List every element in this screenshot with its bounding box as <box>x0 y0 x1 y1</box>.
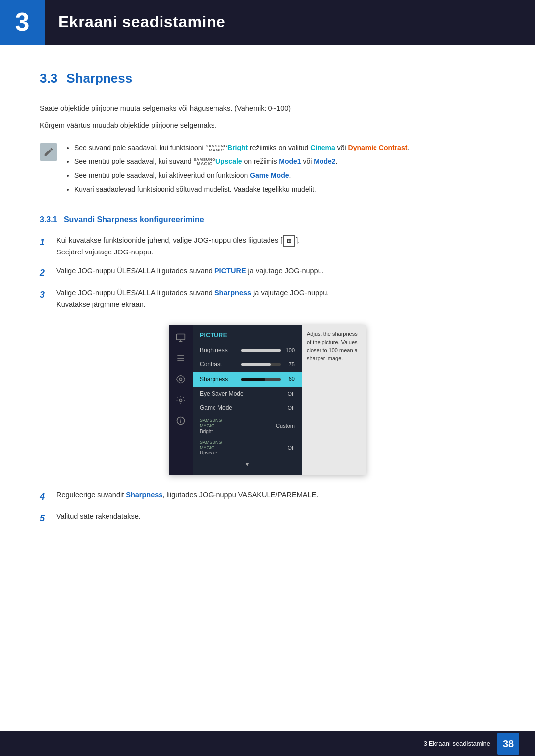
footer-text: 3 Ekraani seadistamine <box>424 739 490 749</box>
menu-label: Game Mode <box>200 403 281 413</box>
intro-text-1: Saate objektide piirjoone muuta selgemak… <box>40 103 495 115</box>
menu-label: Eye Saver Mode <box>200 389 281 399</box>
step-item: 5 Valitud säte rakendatakse. <box>40 511 495 526</box>
page-header: 3 Ekraani seadistamine <box>0 0 535 45</box>
eyesaver-value: Off <box>281 390 295 399</box>
tooltip-panel: Adjust the sharpness of the picture. Val… <box>302 325 366 475</box>
section-number: 3.3 <box>40 68 57 89</box>
menu-label: Brightness <box>200 346 241 355</box>
menu-row-sharpness: Sharpness 60 <box>193 372 302 387</box>
sharpness-value: 60 <box>281 375 295 384</box>
menu-row-contrast: Contrast 75 <box>193 357 302 372</box>
contrast-value: 75 <box>281 360 295 369</box>
adjust-icon <box>176 353 186 363</box>
steps-list-2: 4 Reguleerige suvandit Sharpness, liigut… <box>40 489 495 526</box>
screenshot-container: PICTURE Brightness 100 Contrast 75 <box>40 325 495 475</box>
note-item: Kuvari saadaolevad funktsioonid sõltuvad… <box>74 184 409 196</box>
menu-arrow: ▼ <box>193 458 302 471</box>
svg-point-7 <box>180 399 182 402</box>
menu-row-eyesaver: Eye Saver Mode Off <box>193 387 302 401</box>
menu-label: Contrast <box>200 360 241 369</box>
note-box: See suvand pole saadaval, kui funktsioon… <box>40 142 495 197</box>
sliders-icon <box>173 351 189 366</box>
sidebar-icons <box>169 325 193 475</box>
brightness-value: 100 <box>281 346 295 355</box>
info-sidebar-icon <box>176 416 186 426</box>
tv-icon <box>176 333 186 343</box>
step-number: 5 <box>40 511 50 526</box>
step-text: Valige JOG-nuppu ÜLES/ALLA liigutades su… <box>56 265 324 277</box>
samsung-badge-1: SAMSUNG MAGIC <box>206 144 227 152</box>
info-icon <box>173 413 189 429</box>
tooltip-text: Adjust the sharpness of the picture. Val… <box>307 331 358 361</box>
bar-fill <box>241 378 265 381</box>
menu-header: PICTURE <box>193 329 302 343</box>
step-number: 3 <box>40 287 50 302</box>
note-list: See suvand pole saadaval, kui funktsioon… <box>65 142 409 197</box>
note-item: See menüü pole saadaval, kui suvand SAMS… <box>74 156 409 168</box>
chapter-title: Ekraani seadistamine <box>58 9 225 35</box>
brightness-bar <box>241 349 281 352</box>
step-item: 2 Valige JOG-nuppu ÜLES/ALLA liigutades … <box>40 265 495 280</box>
note-icon <box>40 143 57 161</box>
step-item: 3 Valige JOG-nuppu ÜLES/ALLA liigutades … <box>40 287 495 311</box>
settings-icon <box>176 395 186 405</box>
bar-fill <box>241 363 271 366</box>
menu-row-magicupscale: SAMSUNG MAGIC Upscale Off <box>193 437 302 459</box>
menu-row-gamemode: Game Mode Off <box>193 401 302 415</box>
main-content: 3.3 Sharpness Saate objektide piirjoone … <box>0 45 535 572</box>
contrast-bar <box>241 363 281 366</box>
pencil-icon <box>43 147 54 157</box>
menu-row-magicbright: SAMSUNG MAGIC Bright Custom <box>193 415 302 437</box>
menu-label: SAMSUNG MAGIC Bright <box>200 418 276 435</box>
step-item: 1 Kui kuvatakse funktsioonide juhend, va… <box>40 235 495 258</box>
step-item: 4 Reguleerige suvandit Sharpness, liigut… <box>40 489 495 504</box>
gear-icon <box>173 392 189 408</box>
step-text: Valitud säte rakendatakse. <box>56 511 141 523</box>
menu-row-brightness: Brightness 100 <box>193 343 302 357</box>
page-number: 38 <box>497 733 519 755</box>
svg-point-10 <box>180 419 181 420</box>
subsection-heading: 3.3.1 Suvandi Sharpness konfigureerimine <box>40 213 495 226</box>
section-title: Sharpness <box>66 68 132 89</box>
chapter-number: 3 <box>0 0 45 45</box>
intro-text-2: Kõrgem väärtus muudab objektide piirjoon… <box>40 120 495 132</box>
step-number: 4 <box>40 489 50 504</box>
page-footer: 3 Ekraani seadistamine 38 <box>0 731 535 756</box>
subsection-title: Suvandi Sharpness konfigureerimine <box>64 215 204 224</box>
step-number: 2 <box>40 265 50 280</box>
section-heading: 3.3 Sharpness <box>40 68 495 89</box>
magicbright-value: Custom <box>276 422 295 431</box>
svg-point-6 <box>180 378 182 381</box>
eye-sidebar-icon <box>176 374 186 384</box>
menu-label: SAMSUNG MAGIC Upscale <box>200 440 281 456</box>
step-text: Valige JOG-nuppu ÜLES/ALLA liigutades su… <box>56 287 329 311</box>
menu-label: Sharpness <box>200 375 241 384</box>
sharpness-bar <box>241 378 281 381</box>
monitor-icon: ⊞ <box>283 235 295 247</box>
screen-ui: PICTURE Brightness 100 Contrast 75 <box>169 325 366 475</box>
note-item: See suvand pole saadaval, kui funktsioon… <box>74 142 409 154</box>
monitor-sidebar-icon <box>173 330 189 346</box>
gamemode-value: Off <box>281 404 295 413</box>
svg-rect-0 <box>177 334 185 340</box>
steps-list: 1 Kui kuvatakse funktsioonide juhend, va… <box>40 235 495 311</box>
subsection-number: 3.3.1 <box>40 215 57 224</box>
note-item: See menüü pole saadaval, kui aktiveeritu… <box>74 170 409 182</box>
bar-fill <box>241 349 281 352</box>
step-text: Reguleerige suvandit Sharpness, liigutad… <box>56 489 318 501</box>
eye-icon <box>173 371 189 387</box>
step-text: Kui kuvatakse funktsioonide juhend, vali… <box>56 235 300 258</box>
samsung-badge-2: SAMSUNG MAGIC <box>194 158 215 166</box>
menu-panel: PICTURE Brightness 100 Contrast 75 <box>193 325 302 475</box>
magicupscale-value: Off <box>281 444 295 453</box>
step-number: 1 <box>40 235 50 250</box>
